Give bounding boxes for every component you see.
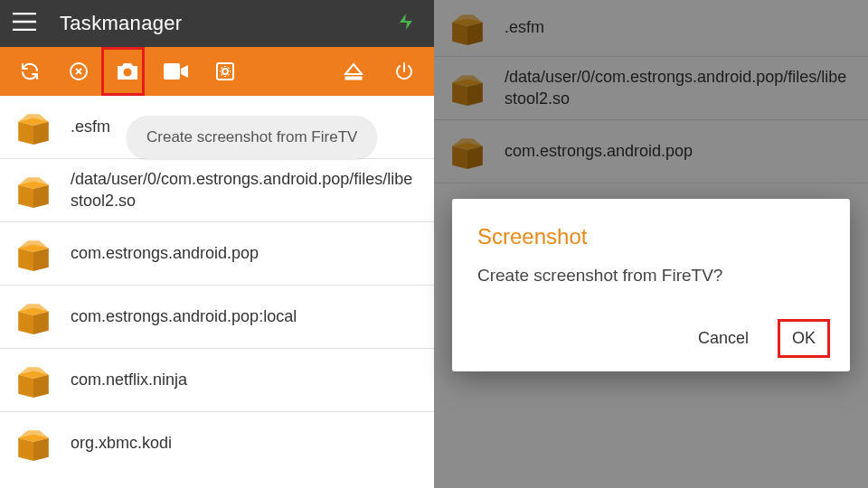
list-item-label: /data/user/0/com.estrongs.android.pop/fi…	[71, 169, 420, 211]
menu-icon[interactable]	[13, 13, 36, 34]
svg-rect-3	[217, 63, 233, 80]
list-item-label: com.estrongs.android.pop	[71, 243, 259, 264]
package-icon	[14, 172, 52, 210]
cancel-button[interactable]: Cancel	[689, 322, 758, 355]
svg-marker-28	[18, 438, 33, 461]
list-item[interactable]: /data/user/0/com.estrongs.android.pop/fi…	[0, 159, 434, 222]
svg-point-4	[222, 69, 228, 74]
svg-marker-8	[18, 121, 33, 144]
package-icon	[14, 235, 52, 273]
svg-rect-2	[164, 63, 180, 80]
power-icon[interactable]	[383, 51, 425, 92]
ok-button[interactable]: OK	[783, 322, 825, 355]
list-item-label: .esfm	[71, 117, 110, 137]
tooltip: Create screenshot from FireTV	[127, 116, 377, 159]
connection-icon	[394, 10, 418, 37]
list-item[interactable]: org.xbmc.kodi	[0, 412, 434, 475]
list-item-label: com.netflix.ninja	[71, 370, 187, 390]
svg-marker-20	[18, 311, 33, 333]
list-item-label: org.xbmc.kodi	[71, 433, 172, 454]
svg-marker-29	[33, 438, 49, 461]
list-item[interactable]: com.estrongs.android.pop	[0, 222, 434, 286]
dialog-title: Screenshot	[477, 224, 825, 249]
svg-marker-21	[33, 311, 49, 333]
video-icon[interactable]	[156, 51, 197, 92]
eject-icon[interactable]	[333, 51, 374, 92]
svg-marker-12	[18, 184, 33, 207]
package-icon	[14, 425, 52, 463]
svg-marker-16	[18, 248, 33, 270]
dialog-message: Create screenshot from FireTV?	[477, 266, 825, 286]
svg-marker-25	[33, 374, 49, 397]
close-circle-icon[interactable]	[58, 51, 99, 92]
svg-marker-17	[33, 248, 49, 270]
page-title: Taskmanager	[60, 12, 182, 35]
refresh-icon[interactable]	[9, 51, 51, 92]
svg-marker-24	[18, 374, 33, 397]
svg-rect-5	[345, 77, 362, 80]
settings-box-icon[interactable]	[204, 51, 246, 92]
list-item[interactable]: com.estrongs.android.pop:local	[0, 286, 434, 349]
list-item-label: com.estrongs.android.pop:local	[71, 306, 297, 327]
package-icon	[14, 298, 52, 336]
svg-point-1	[124, 69, 132, 77]
list-item[interactable]: com.netflix.ninja	[0, 349, 434, 412]
package-icon	[14, 361, 52, 399]
screenshot-dialog: Screenshot Create screenshot from FireTV…	[452, 199, 850, 371]
camera-icon[interactable]	[107, 51, 148, 92]
svg-marker-9	[33, 121, 49, 144]
svg-marker-13	[33, 184, 49, 207]
package-icon	[14, 108, 52, 146]
